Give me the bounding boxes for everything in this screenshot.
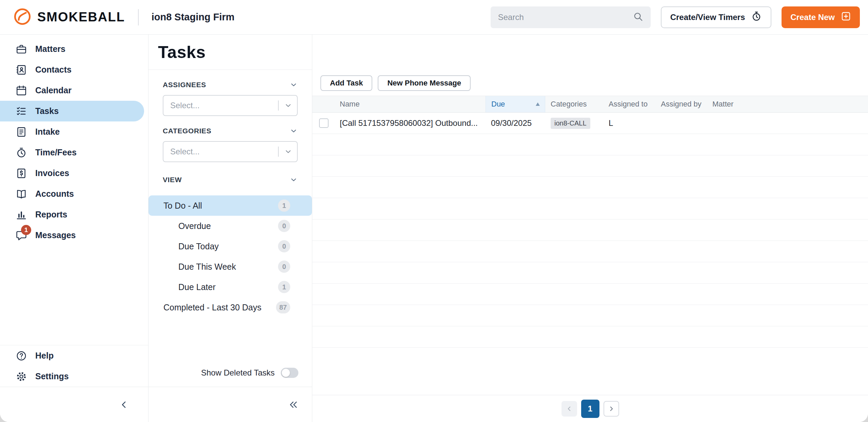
briefcase-icon [16,43,27,55]
assignees-section-header[interactable]: ASSIGNEES [163,77,298,92]
page-prev-button[interactable] [561,401,577,417]
sidebar-item-matters[interactable]: Matters [0,39,148,59]
filter-panel-footer [149,387,312,422]
view-item-label: Overdue [178,221,278,231]
view-item-due-this-week[interactable]: Due This Week 0 [149,256,312,277]
sort-asc-icon [535,102,540,106]
row-checkbox[interactable] [319,118,329,128]
empty-table-row [312,241,868,262]
sidebar-item-label: Help [35,351,54,361]
select-divider [278,147,279,157]
chevron-down-icon [284,148,292,156]
address-book-icon [16,64,27,76]
sidebar-item-reports[interactable]: Reports [0,204,148,225]
sidebar-item-calendar[interactable]: Calendar [0,80,148,101]
show-deleted-toggle[interactable] [281,368,298,378]
sidebar-item-label: Settings [35,371,69,381]
table-row[interactable]: [Call 5171537958060032] Outbound... 09/3… [312,113,868,134]
sidebar-item-time-fees[interactable]: Time/Fees [0,142,148,163]
column-header-checkbox [312,96,334,112]
messages-badge: 1 [21,225,31,235]
view-label: VIEW [163,176,182,184]
help-circle-icon [16,350,27,362]
column-header-due[interactable]: Due [486,96,545,112]
global-search[interactable] [491,6,651,28]
view-item-todo-all[interactable]: To Do - All 1 [149,195,312,216]
panel-collapse-button[interactable] [288,400,299,410]
assignees-select[interactable]: Select... [163,95,298,116]
empty-table-row [312,326,868,348]
sidebar-collapse-button[interactable] [119,400,129,410]
app-window: SMOKEBALL ion8 Staging Firm Create/View … [0,0,868,422]
sidebar-item-accounts[interactable]: Accounts [0,184,148,204]
page-current[interactable]: 1 [581,400,599,418]
categories-section-header[interactable]: CATEGORIES [163,123,298,138]
column-header-name[interactable]: Name [334,96,486,112]
count-badge: 1 [278,281,290,293]
form-document-icon [16,126,27,138]
select-divider [278,100,279,111]
create-new-button[interactable]: Create New [782,6,860,28]
row-checkbox-cell [312,118,334,128]
sidebar-item-label: Reports [35,210,67,219]
sidebar-bottom-group: Help Settings [0,345,148,387]
page-title: Tasks [158,42,206,62]
chevron-down-icon [290,81,298,89]
view-item-completed-30-days[interactable]: Completed - Last 30 Days 87 [149,297,312,318]
sidebar-item-contacts[interactable]: Contacts [0,59,148,80]
sidebar-item-messages[interactable]: 1 Messages [0,225,148,246]
sidebar-item-intake[interactable]: Intake [0,121,148,142]
empty-table-row [312,262,868,284]
cell-name[interactable]: [Call 5171537958060032] Outbound... [334,118,486,128]
sidebar-item-label: Accounts [35,189,74,199]
view-item-overdue[interactable]: Overdue 0 [149,216,312,236]
sidebar-item-settings[interactable]: Settings [0,366,148,387]
sidebar-item-label: Calendar [35,85,72,95]
empty-table-row [312,177,868,198]
categories-select-value: Select... [170,147,278,156]
smokeball-logo-icon [14,8,31,27]
open-book-icon [16,188,27,200]
sidebar-item-label: Time/Fees [35,148,77,157]
categories-select[interactable]: Select... [163,141,298,162]
search-icon [633,12,643,23]
clock-icon [16,147,27,158]
count-badge: 0 [278,220,290,232]
assignees-select-value: Select... [170,101,278,110]
sidebar-item-label: Messages [35,230,76,240]
sidebar-item-help[interactable]: Help [0,345,148,366]
add-task-button[interactable]: Add Task [320,75,372,91]
sidebar-item-label: Intake [35,127,60,137]
column-header-assigned-by[interactable]: Assigned by [655,96,707,112]
create-view-timers-button[interactable]: Create/View Timers [661,6,772,28]
assignees-label: ASSIGNEES [163,81,206,89]
search-input[interactable] [498,13,633,22]
cell-assigned-to: L [603,118,655,128]
view-list: To Do - All 1 Overdue 0 Due Today 0 Due … [149,195,312,318]
view-item-due-today[interactable]: Due Today 0 [149,236,312,256]
page-next-button[interactable] [604,401,619,417]
category-chip: ion8-CALL [551,118,590,129]
table-header: Name Due Categories Assigned to Assigned… [312,96,868,113]
empty-table-row [312,219,868,241]
column-header-categories[interactable]: Categories [545,96,603,112]
calendar-icon [16,85,27,96]
view-section-header[interactable]: VIEW [163,172,298,187]
view-item-label: To Do - All [163,201,278,211]
brand[interactable]: SMOKEBALL [14,8,125,27]
bar-chart-icon [16,209,27,220]
column-header-assigned-to[interactable]: Assigned to [603,96,655,112]
sidebar-item-invoices[interactable]: Invoices [0,163,148,184]
view-item-due-later[interactable]: Due Later 1 [149,277,312,297]
column-header-matter[interactable]: Matter [707,96,868,112]
app-body: Matters Contacts Calendar [0,35,868,422]
sidebar-footer [0,387,148,422]
plus-square-icon [841,11,851,23]
empty-table-row [312,198,868,219]
new-phone-message-button[interactable]: New Phone Message [378,75,471,91]
create-new-label: Create New [790,13,835,22]
sidebar-item-tasks[interactable]: Tasks [0,101,144,121]
header-actions: Create/View Timers Create New [491,6,860,28]
sidebar-item-label: Matters [35,44,65,54]
brand-wordmark: SMOKEBALL [37,10,125,24]
